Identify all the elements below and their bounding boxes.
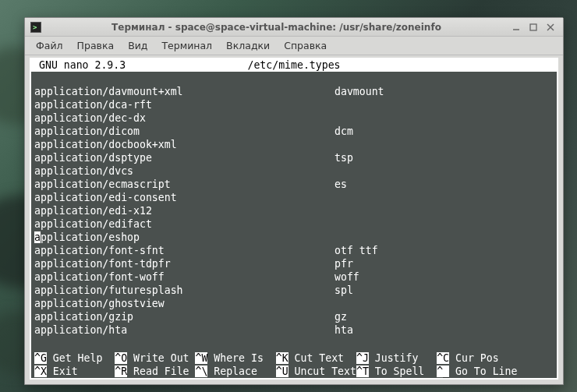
nano-titlebar: GNU nano 2.9.3 /etc/mime.types — [31, 58, 557, 72]
mime-type: application/edi-x12 — [34, 204, 335, 217]
mime-type — [34, 72, 335, 85]
menubar: Файл Правка Вид Терминал Вкладки Справка — [25, 37, 563, 55]
terminal-container: GNU nano 2.9.3 /etc/mime.types applicati… — [25, 55, 563, 384]
nano-help-label: Justify — [369, 352, 437, 364]
nano-line: application/htahta — [34, 323, 554, 337]
mime-type: application/dec-dx — [34, 111, 335, 125]
nano-help-key: ^U — [276, 366, 288, 377]
menu-terminal[interactable]: Терминал — [155, 38, 218, 53]
nano-line: application/docbook+xml — [34, 138, 554, 151]
nano-filename: /etc/mime.types — [31, 58, 557, 72]
menu-edit[interactable]: Правка — [71, 38, 121, 53]
nano-help-key: ^X — [34, 366, 47, 377]
mime-type: application/edifact — [34, 217, 335, 231]
nano-help-key: ^_ — [437, 366, 449, 377]
nano-line: application/dec-dx — [34, 111, 554, 125]
svg-text:>: > — [33, 23, 37, 31]
mime-type: application/futuresplash — [34, 284, 335, 297]
mime-type: application/hta — [34, 323, 335, 337]
close-button[interactable] — [543, 21, 558, 34]
mime-type — [34, 337, 335, 350]
nano-help-key: ^G — [34, 352, 47, 364]
nano-help-label: To Spell — [369, 366, 437, 377]
terminal-window: > Терминал - space@space-virtual-machine… — [24, 17, 564, 385]
mime-type: application/ecmascript — [34, 178, 335, 191]
window-titlebar[interactable]: > Терминал - space@space-virtual-machine… — [25, 18, 563, 37]
nano-help-bar: ^G Get Help ^O Write Out ^W Where Is ^K … — [31, 351, 557, 378]
nano-line: application/eshop — [34, 231, 554, 244]
mime-type: application/dvcs — [34, 164, 335, 178]
nano-line: application/dicomdcm — [34, 125, 554, 138]
nano-line: application/edifact — [34, 217, 554, 231]
mime-extension: tsp — [335, 151, 353, 164]
mime-type: application/ghostview — [34, 297, 335, 310]
mime-type: application/dicom — [34, 125, 335, 138]
mime-extension: es — [335, 178, 347, 191]
menu-view[interactable]: Вид — [122, 38, 154, 53]
menu-file[interactable]: Файл — [30, 38, 69, 53]
mime-type: application/dsptype — [34, 151, 335, 164]
mime-type: application/edi-consent — [34, 191, 335, 204]
mime-type: application/font-woff — [34, 270, 335, 284]
nano-help-label: Where Is — [207, 352, 275, 364]
nano-line: application/davmount+xmldavmount — [34, 85, 554, 98]
nano-help-key: ^O — [115, 352, 127, 364]
text-cursor: a — [34, 231, 41, 243]
nano-help-key: ^J — [356, 352, 369, 364]
nano-help-label: Cur Pos — [449, 352, 499, 364]
minimize-button[interactable] — [508, 21, 524, 34]
menu-tabs[interactable]: Вкладки — [220, 38, 276, 53]
nano-help-label: Replace — [207, 366, 275, 377]
nano-help-label: Get Help — [47, 352, 115, 364]
nano-help-label: Uncut Text — [288, 366, 356, 377]
menu-help[interactable]: Справка — [278, 38, 333, 53]
mime-extension: pfr — [335, 257, 353, 270]
nano-help-row: ^X Exit ^R Read File ^\ Replace ^U Uncut… — [34, 365, 554, 378]
nano-help-label: Read File — [127, 366, 195, 377]
mime-type: application/eshop — [34, 231, 335, 244]
nano-help-key: ^W — [195, 352, 207, 364]
mime-type: application/font-sfnt — [34, 244, 335, 257]
mime-type: application/gzip — [34, 310, 335, 323]
nano-line: application/font-woffwoff — [34, 270, 554, 284]
nano-help-label: Write Out — [127, 352, 195, 364]
mime-extension: davmount — [335, 85, 384, 98]
nano-line: application/font-tdpfrpfr — [34, 257, 554, 270]
nano-help-row: ^G Get Help ^O Write Out ^W Where Is ^K … — [34, 351, 554, 365]
maximize-button[interactable] — [526, 21, 541, 34]
mime-extension: gz — [335, 310, 347, 323]
nano-help-key: ^K — [276, 352, 288, 364]
nano-line: application/ghostview — [34, 297, 554, 310]
nano-help-key: ^C — [437, 352, 449, 364]
nano-line: application/edi-consent — [34, 191, 554, 204]
nano-line — [34, 337, 554, 350]
mime-extension: dcm — [335, 125, 353, 138]
mime-extension: spl — [335, 284, 353, 297]
terminal-viewport[interactable]: GNU nano 2.9.3 /etc/mime.types applicati… — [30, 58, 558, 380]
svg-rect-4 — [530, 24, 536, 30]
nano-help-label: Exit — [47, 366, 115, 377]
nano-help-key: ^T — [356, 366, 369, 377]
nano-line: application/gzipgz — [34, 310, 554, 323]
mime-type: application/dca-rft — [34, 98, 335, 111]
mime-type: application/docbook+xml — [34, 138, 335, 151]
nano-line: application/edi-x12 — [34, 204, 554, 217]
terminal-icon: > — [30, 21, 41, 33]
nano-content[interactable]: application/davmount+xmldavmountapplicat… — [31, 72, 557, 351]
mime-type: application/davmount+xml — [34, 85, 335, 98]
nano-line: application/futuresplashspl — [34, 284, 554, 297]
window-title: Терминал - space@space-virtual-machine: … — [46, 22, 507, 33]
mime-extension: hta — [335, 323, 353, 337]
nano-help-label: Go To Line — [449, 366, 517, 377]
nano-line: application/dvcs — [34, 164, 554, 178]
nano-help-label: Cut Text — [288, 352, 356, 364]
mime-type: application/font-tdpfr — [34, 257, 335, 270]
nano-line: application/ecmascriptes — [34, 178, 554, 191]
nano-help-key: ^\ — [195, 366, 207, 377]
mime-extension: otf ttf — [335, 244, 378, 257]
nano-help-key: ^R — [115, 366, 127, 377]
nano-line — [34, 72, 554, 85]
mime-extension: woff — [335, 270, 359, 284]
nano-line: application/dca-rft — [34, 98, 554, 111]
nano-line: application/dsptypetsp — [34, 151, 554, 164]
